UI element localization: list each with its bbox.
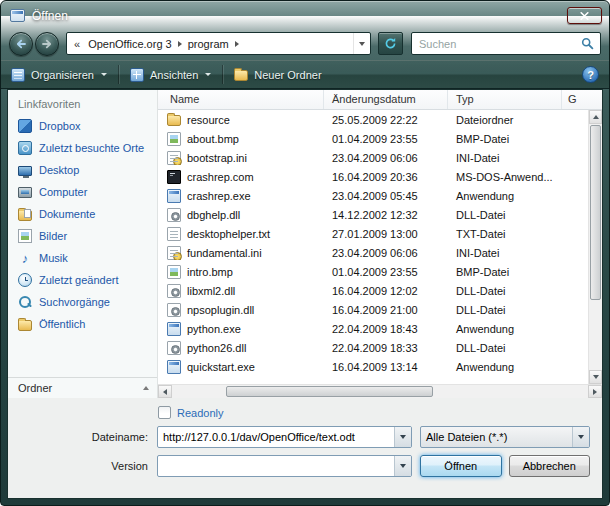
version-combobox[interactable] — [157, 455, 412, 477]
breadcrumb-overflow-chevron[interactable]: « — [67, 38, 83, 50]
file-row[interactable]: about.bmp 01.04.2009 23:55 BMP-Datei — [158, 129, 588, 148]
sidebar-item-icon — [18, 295, 32, 309]
column-header-size[interactable]: G — [562, 90, 602, 109]
breadcrumb-item[interactable]: OpenOffice.org 3 — [83, 38, 177, 50]
views-label: Ansichten — [150, 69, 198, 81]
refresh-button[interactable] — [378, 32, 403, 55]
file-name: bootstrap.ini — [187, 152, 247, 164]
back-arrow-icon — [15, 38, 27, 50]
sidebar-item-label: Dropbox — [39, 120, 81, 132]
breadcrumb-separator-icon[interactable] — [178, 41, 182, 47]
sidebar-item[interactable]: Dropbox — [8, 115, 157, 137]
sidebar-item-icon — [18, 251, 32, 265]
file-type: Anwendung — [448, 190, 562, 202]
sidebar-item[interactable]: Suchvorgänge — [8, 291, 157, 313]
breadcrumb-separator-icon[interactable] — [235, 41, 239, 47]
file-row[interactable]: intro.bmp 01.04.2009 23:55 BMP-Datei — [158, 262, 588, 281]
file-row[interactable]: bootstrap.ini 23.04.2009 06:06 INI-Datei — [158, 148, 588, 167]
forward-button[interactable] — [35, 32, 59, 56]
filename-combobox[interactable] — [157, 426, 412, 448]
file-row[interactable]: npsoplugin.dll 16.04.2009 21:00 DLL-Date… — [158, 300, 588, 319]
dialog-client-area: Linkfavoriten Dropbox Zuletzt besuchte O… — [7, 89, 603, 499]
new-folder-button[interactable]: Neuer Ordner — [224, 61, 331, 88]
file-row[interactable]: crashrep.exe 23.04.2009 05:45 Anwendung — [158, 186, 588, 205]
sidebar-item-label: Musik — [39, 252, 68, 264]
file-row[interactable]: resource 25.05.2009 22:22 Dateiordner — [158, 110, 588, 129]
browse-area: Linkfavoriten Dropbox Zuletzt besuchte O… — [8, 90, 602, 398]
sidebar-item-label: Suchvorgänge — [39, 296, 110, 308]
scroll-right-button[interactable] — [588, 385, 602, 398]
close-button[interactable] — [567, 7, 602, 24]
vertical-scroll-thumb[interactable] — [590, 125, 601, 300]
window-title: Öffnen — [32, 9, 68, 23]
sidebar-item-icon — [18, 229, 32, 243]
file-row[interactable]: quickstart.exe 16.04.2009 13:14 Anwendun… — [158, 357, 588, 376]
back-button[interactable] — [9, 32, 33, 56]
folders-expander[interactable]: Ordner — [8, 377, 157, 398]
sidebar-item[interactable]: Dokumente — [8, 203, 157, 225]
file-type-icon — [167, 189, 181, 203]
version-label: Version — [17, 460, 157, 472]
sidebar-item[interactable]: Computer — [8, 181, 157, 203]
readonly-checkbox[interactable] — [158, 406, 171, 419]
readonly-label[interactable]: Readonly — [177, 407, 223, 419]
scroll-up-button[interactable] — [589, 110, 602, 124]
organize-button[interactable]: Organisieren — [1, 61, 117, 88]
sidebar-item[interactable]: Zuletzt besuchte Orte — [8, 137, 157, 159]
search-icon[interactable] — [581, 37, 594, 50]
list-header: Name Änderungsdatum Typ G — [158, 90, 602, 110]
file-name: libxml2.dll — [187, 285, 235, 297]
file-type: BMP-Datei — [448, 133, 562, 145]
sidebar-item[interactable]: Zuletzt geändert — [8, 269, 157, 291]
sidebar-item[interactable]: Desktop — [8, 159, 157, 181]
address-dropdown-button[interactable] — [354, 33, 370, 54]
file-row[interactable]: python.exe 22.04.2009 18:43 Anwendung — [158, 319, 588, 338]
horizontal-scroll-thumb[interactable] — [226, 386, 433, 397]
views-button[interactable]: Ansichten — [120, 61, 221, 88]
filetype-value: Alle Dateien (*.*) — [421, 427, 572, 447]
vertical-scrollbar[interactable] — [588, 110, 602, 384]
command-toolbar: Organisieren Ansichten Neuer Ordner ? — [1, 60, 609, 89]
breadcrumb: « OpenOffice.org 3 program — [66, 32, 371, 55]
file-row[interactable]: dbghelp.dll 14.12.2002 12:32 DLL-Datei — [158, 205, 588, 224]
column-header-name[interactable]: Name — [158, 90, 324, 109]
column-header-date[interactable]: Änderungsdatum — [324, 90, 448, 109]
breadcrumb-item[interactable]: program — [183, 38, 234, 50]
file-name-cell: desktophelper.txt — [158, 227, 324, 241]
sidebar-item[interactable]: Musik — [8, 247, 157, 269]
filetype-combobox[interactable]: Alle Dateien (*.*) — [420, 426, 590, 448]
filename-input[interactable] — [158, 427, 394, 447]
file-type-icon — [167, 246, 181, 260]
file-row[interactable]: crashrep.com 16.04.2009 20:36 MS-DOS-Anw… — [158, 167, 588, 186]
cancel-button[interactable]: Abbrechen — [509, 455, 591, 477]
sidebar-item[interactable]: Öffentlich — [8, 313, 157, 335]
filename-dropdown-button[interactable] — [394, 427, 411, 447]
version-dropdown-button[interactable] — [394, 456, 411, 476]
open-button[interactable]: Öffnen — [420, 455, 502, 477]
file-name: npsoplugin.dll — [187, 304, 254, 316]
file-row[interactable]: fundamental.ini 23.04.2009 06:06 INI-Dat… — [158, 243, 588, 262]
file-name-cell: about.bmp — [158, 132, 324, 146]
file-type-icon — [167, 170, 181, 184]
sidebar-item-label: Dokumente — [39, 208, 95, 220]
triangle-left-icon — [163, 389, 167, 395]
file-type-icon — [167, 208, 181, 222]
folders-label: Ordner — [18, 382, 52, 394]
file-row[interactable]: libxml2.dll 16.04.2009 12:02 DLL-Datei — [158, 281, 588, 300]
column-header-type[interactable]: Typ — [448, 90, 562, 109]
sidebar-item-label: Desktop — [39, 164, 79, 176]
file-row[interactable]: desktophelper.txt 27.01.2009 13:00 TXT-D… — [158, 224, 588, 243]
new-folder-icon — [234, 70, 248, 81]
file-name-cell: resource — [158, 113, 324, 126]
scroll-left-button[interactable] — [158, 385, 172, 398]
search-box[interactable] — [411, 32, 601, 55]
sidebar-item[interactable]: Bilder — [8, 225, 157, 247]
chevron-down-icon — [205, 73, 211, 76]
views-icon — [130, 68, 144, 82]
help-button[interactable]: ? — [582, 66, 599, 83]
scroll-down-button[interactable] — [589, 370, 602, 384]
filetype-dropdown-button[interactable] — [572, 427, 589, 447]
horizontal-scrollbar[interactable] — [158, 384, 602, 398]
file-row[interactable]: python26.dll 22.04.2009 18:33 DLL-Datei — [158, 338, 588, 357]
search-input[interactable] — [416, 38, 581, 50]
